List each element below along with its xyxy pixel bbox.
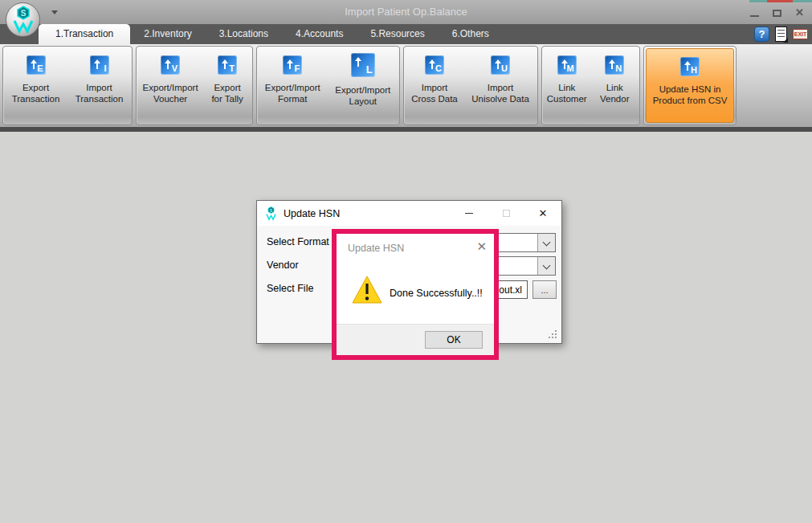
quick-access-caret-icon[interactable] [51,10,58,14]
ribbon-group-link: M Link Customer N Link Vendor [541,46,640,125]
export-import-voucher-button[interactable]: V Export/Import Voucher [138,47,202,125]
link-customer-icon: M [557,55,577,75]
chevron-down-icon [543,239,551,247]
messagebox-title: Update HSN [348,243,404,254]
link-vendor-button[interactable]: N Link Vendor [592,47,639,125]
help-icon[interactable]: ? [754,27,769,42]
ok-button[interactable]: OK [425,331,483,349]
notes-icon[interactable] [775,27,787,42]
dialog-title-bar: S Update HSN ✕ [257,201,561,226]
dialog-app-icon: S [265,206,277,221]
format-combobox-dropdown-button[interactable] [537,234,555,251]
select-format-label: Select Format [267,236,329,247]
messagebox-footer: OK [337,324,494,355]
export-import-layout-icon: L [351,53,375,77]
browse-button[interactable]: ... [532,280,557,299]
maximize-icon[interactable] [773,10,781,17]
link-customer-button[interactable]: M Link Customer [544,47,590,125]
app-logo-button[interactable]: S [6,2,40,37]
import-cross-data-icon: C [425,55,444,75]
export-import-voucher-icon: V [161,55,180,75]
screen-edge-artifact [749,0,812,2]
exit-icon[interactable]: EXIT [793,29,808,39]
import-cross-data-button[interactable]: C Import Cross Data [406,47,463,125]
ribbon-group-format-layout: F Export/Import Format L Export/Import L… [256,46,400,125]
dialog-minimize-button[interactable] [451,201,488,226]
dialog-maximize-icon [503,210,510,217]
messagebox-close-icon[interactable]: ✕ [476,239,487,254]
resize-grip[interactable] [549,330,558,340]
import-transaction-button[interactable]: I Import Transaction [68,47,130,125]
vendor-combobox-dropdown-button[interactable] [537,257,555,275]
export-for-tally-icon: T [218,55,237,75]
svg-text:S: S [20,9,26,18]
tab-transaction[interactable]: 1.Transaction [39,24,130,44]
ribbon-group-update-hsn: H Update HSN in Product from CSV [643,46,737,125]
messagebox-message: Done Successfully..!! [390,288,483,299]
export-import-format-button[interactable]: F Export/Import Format [259,47,327,125]
export-transaction-icon: E [27,55,46,75]
chevron-down-icon [543,262,551,270]
export-import-format-icon: F [283,55,302,75]
tab-inventory[interactable]: 2.Inventory [130,24,205,44]
ribbon-group-transaction: E Export Transaction I Import Transactio… [2,46,133,125]
window-title: Import Patient Op.Balance [0,6,812,18]
vendor-label: Vendor [267,259,299,271]
import-unisolve-data-icon: U [491,55,510,75]
update-hsn-messagebox: Update HSN ✕ Done Successfully..!! OK [332,229,499,360]
ribbon-group-voucher: V Export/Import Voucher T Export for Tal… [136,46,253,125]
dialog-minimize-icon [465,213,473,215]
update-hsn-button[interactable]: H Update HSN in Product from CSV [646,48,734,123]
ribbon-group-import-data: C Import Cross Data U Import Unisolve Da… [403,46,538,125]
update-hsn-icon: H [680,57,700,76]
tab-locations[interactable]: 3.Locations [206,24,282,44]
tab-accounts[interactable]: 4.Accounts [282,24,357,44]
minimize-icon[interactable] [750,15,759,17]
warning-icon [351,275,383,308]
title-bar: Import Patient Op.Balance ✕ [0,0,812,24]
select-file-label: Select File [267,283,313,294]
ribbon-tabstrip: 1.Transaction 2.Inventory 3.Locations 4.… [0,24,812,44]
dialog-title: Update HSN [284,208,340,219]
import-unisolve-data-button[interactable]: U Import Unisolve Data [465,47,536,125]
app-logo-icon: S [11,6,35,35]
import-transaction-icon: I [90,55,109,75]
export-for-tally-button[interactable]: T Export for Tally [204,47,251,125]
dialog-maximize-button [488,201,524,226]
tab-resources[interactable]: 5.Resources [357,24,438,44]
export-import-layout-button[interactable]: L Export/Import Layout [328,47,398,125]
dialog-close-icon: ✕ [539,207,548,219]
app-window: Import Patient Op.Balance ✕ S 1.Transact… [0,0,812,523]
dialog-close-button[interactable]: ✕ [524,201,561,226]
ribbon-toolbar: E Export Transaction I Import Transactio… [0,44,812,127]
export-transaction-button[interactable]: E Export Transaction [5,47,67,125]
tab-others[interactable]: 6.Others [439,24,503,44]
ribbon-bottom-divider [0,127,812,132]
link-vendor-icon: N [605,55,624,75]
close-icon[interactable]: ✕ [795,7,804,18]
